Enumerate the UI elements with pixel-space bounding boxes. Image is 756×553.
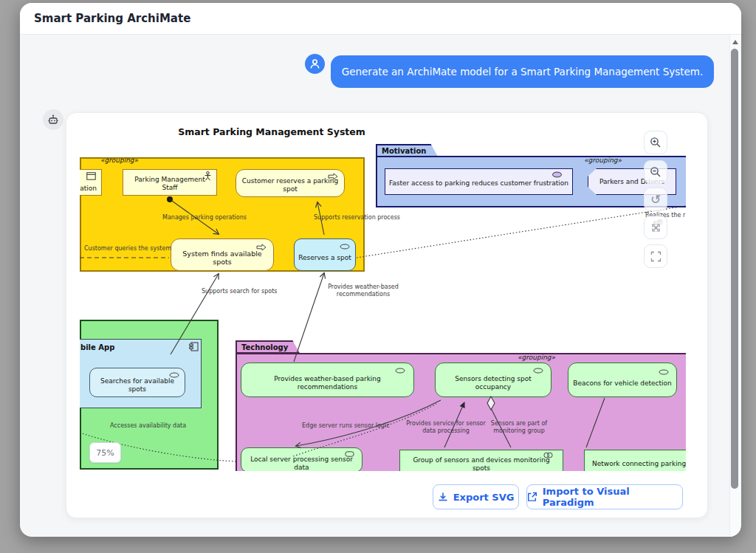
import-visual-paradigm-label: Import to Visual Paradigm [543, 486, 682, 508]
page-title: Smart Parking ArchiMate [34, 12, 190, 25]
node-label: Group of sensors and devices monitoring … [403, 456, 560, 471]
download-icon [438, 492, 448, 502]
node-label: Beacons for vehicle detection [573, 379, 672, 388]
node-parking-management-staff[interactable]: Parking Management Staff [123, 169, 217, 196]
node-faster-access[interactable]: Faster access to parking reduces custome… [385, 168, 573, 195]
expand-icon [650, 222, 662, 233]
service-oval-icon [340, 244, 350, 250]
node-application-clipped[interactable]: cation [80, 169, 102, 196]
edge-label-edge-server: Edge server runs sensor logic [302, 422, 390, 429]
import-visual-paradigm-button[interactable]: Import to Visual Paradigm [526, 484, 683, 509]
edge-label-sensors-part: Sensors are part ofmonitoring group [487, 420, 551, 435]
node-label: Parking Management Staff [126, 176, 213, 192]
assistant-avatar [43, 109, 63, 130]
device-circles-icon [543, 452, 553, 458]
export-svg-label: Export SVG [453, 492, 515, 503]
service-oval-icon [395, 368, 405, 374]
node-system-finds[interactable]: System finds available spots [171, 238, 274, 271]
node-network[interactable]: Network connecting parking [584, 450, 686, 471]
magnifier-plus-icon [650, 137, 662, 148]
user-avatar [305, 54, 325, 74]
edge-label-customer-queries: Customer queries the system [84, 245, 171, 252]
node-customer-reserves[interactable]: Customer reserves a parking spot [236, 169, 345, 197]
diagram-viewport[interactable]: «grouping» cation Parking Management Sta… [80, 123, 686, 471]
edge-label-weather-rec: Provides weather-basedrecommendations [326, 284, 401, 298]
service-oval-icon [169, 372, 179, 378]
edge-label-supports-search: Supports search for spots [202, 288, 277, 295]
node-label: System finds available spots [174, 250, 270, 267]
node-icon [345, 451, 354, 457]
node-label: cation [80, 185, 97, 193]
service-oval-icon [659, 369, 669, 375]
diagram-card: Smart Parking Management System «groupin… [66, 112, 708, 518]
fullscreen-button[interactable] [644, 244, 667, 268]
user-message-text: Generate an ArchiMate model for a Smart … [342, 66, 704, 78]
edge-label-accesses: Accesses availability data [110, 422, 186, 429]
node-label: Customer reserves a parking spot [239, 177, 341, 193]
motivation-grouping-stereotype: «grouping» [584, 157, 622, 164]
zoom-in-button[interactable] [644, 131, 667, 154]
scrollbar-up-arrow[interactable] [732, 40, 738, 44]
service-oval-icon [533, 368, 543, 374]
node-weather-service[interactable]: Provides weather-based parking recommend… [241, 363, 414, 397]
scrollbar-thumb[interactable] [731, 49, 738, 489]
window-icon [86, 172, 96, 180]
app-window: Smart Parking ArchiMate Generate an Arch… [20, 3, 741, 537]
node-label: Faster access to parking reduces custome… [389, 179, 568, 188]
node-local-server[interactable]: Local server processing sensor data [241, 447, 362, 471]
node-label: Network connecting parking [592, 460, 686, 468]
component-icon [189, 342, 199, 351]
node-sensors-occupancy[interactable]: Sensors detecting spot occupancy [435, 363, 551, 397]
business-grouping-stereotype: «grouping» [100, 157, 138, 164]
fullscreen-icon [650, 251, 662, 262]
robot-icon [47, 114, 59, 126]
zoom-level-badge: 75% [89, 442, 121, 463]
process-arrow-icon [256, 244, 267, 251]
actor-icon [204, 171, 212, 181]
node-label: Sensors detecting spot occupancy [439, 375, 548, 391]
node-label: Provides weather-based parking recommend… [244, 375, 410, 391]
node-searches-spots[interactable]: Searches for available spots [89, 368, 185, 397]
node-mobile-app-label: bile App [80, 343, 114, 351]
external-link-icon [527, 492, 537, 502]
zoom-out-button[interactable] [644, 160, 667, 184]
reset-icon: ↺ [650, 193, 661, 206]
node-label: Searches for available spots [93, 377, 182, 394]
node-label: Local server processing sensor data [244, 456, 359, 471]
node-label: Reserves a spot [298, 254, 351, 262]
technology-tab[interactable]: Technology [236, 340, 300, 354]
edge-label-supports-reservation: Supports reservation process [314, 214, 400, 221]
node-sensor-group[interactable]: Group of sensors and devices monitoring … [399, 450, 563, 471]
node-beacons[interactable]: Beacons for vehicle detection [568, 363, 677, 397]
magnifier-minus-icon [650, 166, 662, 178]
person-icon [309, 58, 320, 69]
driver-oval-icon [551, 171, 563, 178]
reset-view-button[interactable]: ↺ [644, 188, 667, 211]
user-message-bubble: Generate an ArchiMate model for a Smart … [331, 55, 714, 88]
expand-button[interactable] [644, 216, 667, 239]
edge-label-manages: Manages parking operations [162, 214, 247, 221]
app-header: Smart Parking ArchiMate [20, 3, 741, 35]
node-reserves-a-spot[interactable]: Reserves a spot [294, 238, 356, 271]
process-arrow-icon [328, 173, 338, 180]
edge-label-provides-service: Provides service for sensordata processi… [405, 420, 487, 435]
technology-grouping-stereotype: «grouping» [518, 354, 555, 361]
export-svg-button[interactable]: Export SVG [433, 484, 519, 509]
